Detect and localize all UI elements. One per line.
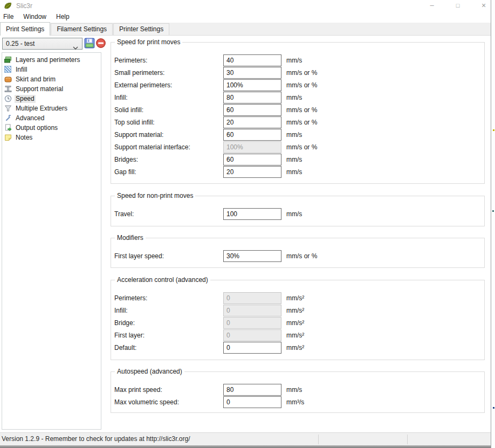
setting-row: Small perimeters:mm/s or % — [111, 67, 484, 79]
sidebar-item-label: Speed — [15, 95, 36, 103]
sidebar-item-label: Output options — [15, 124, 59, 132]
sidebar-item-layers-and-perimeters[interactable]: Layers and perimeters — [2, 55, 101, 65]
infill-input — [223, 305, 281, 316]
sidebar-item-speed[interactable]: Speed — [2, 94, 101, 104]
group-title: Autospeed (advanced) — [115, 368, 184, 375]
minimize-button[interactable]: – — [423, 0, 441, 12]
external-perimeters-input[interactable] — [223, 79, 281, 91]
perimeters-input[interactable] — [223, 54, 281, 66]
sidebar-item-skirt-and-brim[interactable]: Skirt and brim — [2, 74, 101, 84]
delete-preset-button[interactable] — [95, 38, 106, 49]
sidebar-item-support-material[interactable]: Support material — [2, 84, 101, 94]
menu-window[interactable]: Window — [18, 12, 51, 23]
default-input[interactable] — [223, 342, 281, 354]
group-title: Acceleration control (advanced) — [115, 276, 210, 284]
advanced-wrench-icon — [4, 114, 12, 122]
notes-icon — [4, 134, 12, 141]
first-layer-speed-input[interactable] — [223, 250, 281, 262]
setting-row: Gap fill:mm/s — [111, 166, 484, 178]
setting-row: Max print speed:mm/s — [111, 384, 484, 396]
chevron-down-icon — [73, 43, 78, 53]
setting-label: Perimeters: — [114, 54, 147, 66]
setting-row: Support material:mm/s — [111, 129, 484, 141]
unit-label: mm/s² — [286, 329, 304, 341]
sidebar-item-label: Layers and perimeters — [15, 56, 81, 64]
status-bar: Version 1.2.9 - Remember to check for up… — [0, 432, 491, 445]
setting-label: Small perimeters: — [114, 67, 164, 79]
sidebar-item-label: Skirt and brim — [15, 75, 57, 84]
setting-row: Travel:mm/s — [111, 208, 484, 220]
setting-label: Max volumetric speed: — [114, 396, 179, 408]
unit-label: mm/s or % — [286, 250, 317, 262]
close-button[interactable]: × — [475, 0, 493, 12]
sidebar-item-label: Support material — [15, 85, 64, 93]
sidebar-item-label: Notes — [15, 134, 33, 142]
max-volumetric-speed-input[interactable] — [223, 396, 281, 408]
settings-category-tree: Layers and perimetersInfillSkirt and bri… — [2, 52, 101, 430]
infill-input[interactable] — [223, 92, 281, 104]
setting-row: Infill:mm/s² — [111, 305, 484, 317]
floppy-disk-icon — [84, 43, 95, 50]
small-perimeters-input[interactable] — [223, 67, 281, 79]
gap-fill-input[interactable] — [223, 166, 281, 178]
setting-label: Support material interface: — [114, 141, 190, 153]
travel-input[interactable] — [223, 208, 281, 220]
setting-row: Perimeters:mm/s² — [111, 292, 484, 305]
sidebar-item-label: Infill — [15, 66, 28, 74]
support-material-input[interactable] — [223, 129, 281, 141]
sidebar-item-multiple-extruders[interactable]: Multiple Extruders — [2, 104, 101, 113]
output-options-icon — [4, 124, 12, 132]
menu-file[interactable]: File — [0, 12, 18, 23]
unit-label: mm/s — [286, 92, 302, 104]
group-title: Modifiers — [115, 234, 146, 242]
unit-label: mm/s² — [286, 342, 304, 354]
max-print-speed-input[interactable] — [223, 384, 281, 396]
solid-infill-input[interactable] — [223, 104, 281, 116]
tab-filament-settings[interactable]: Filament Settings — [51, 23, 113, 35]
sidebar-item-notes[interactable]: Notes — [2, 133, 101, 142]
skirt-brim-icon — [4, 75, 12, 83]
sidebar-item-infill[interactable]: Infill — [2, 65, 101, 74]
group-title: Speed for non-print moves — [115, 192, 195, 199]
setting-row: Default:mm/s² — [111, 342, 484, 354]
unit-label: mm/s² — [286, 305, 304, 316]
setting-label: Infill: — [114, 305, 128, 316]
window-title: Slic3r — [16, 2, 32, 10]
sidebar-item-label: Advanced — [15, 114, 45, 122]
sidebar-item-advanced[interactable]: Advanced — [2, 113, 101, 123]
preset-dropdown[interactable]: 0.25 - test — [2, 38, 82, 50]
setting-label: Solid infill: — [114, 104, 143, 116]
bridges-input[interactable] — [223, 154, 281, 166]
setting-label: First layer: — [114, 329, 145, 341]
unit-label: mm/s — [286, 166, 302, 178]
group-title: Speed for print moves — [115, 38, 182, 46]
extruders-funnel-icon — [4, 105, 12, 112]
unit-label: mm/s or % — [286, 104, 317, 116]
setting-row: Max volumetric speed:mm³/s — [111, 396, 484, 409]
setting-row: First layer speed:mm/s or % — [111, 250, 484, 263]
sidebar-item-label: Multiple Extruders — [15, 105, 68, 113]
unit-label: mm³/s — [286, 396, 304, 408]
status-text: Version 1.2.9 - Remember to check for up… — [2, 433, 190, 445]
menu-bar: FileWindowHelp — [0, 12, 491, 23]
slic3r-window: Slic3r – □ × FileWindowHelp Print Settin… — [0, 0, 495, 448]
setting-row: Solid infill:mm/s or % — [111, 104, 484, 116]
menu-help[interactable]: Help — [51, 12, 74, 23]
group-acceleration-control-advanced: Acceleration control (advanced)Perimeter… — [111, 280, 485, 360]
save-preset-button[interactable] — [84, 38, 95, 49]
maximize-button[interactable]: □ — [449, 0, 467, 12]
tab-print-settings[interactable]: Print Settings — [0, 22, 50, 36]
title-bar: Slic3r – □ × — [0, 0, 491, 12]
setting-label: Perimeters: — [114, 292, 147, 304]
setting-row: Top solid infill:mm/s or % — [111, 116, 484, 129]
setting-label: External perimeters: — [114, 79, 172, 91]
tab-printer-settings[interactable]: Printer Settings — [113, 23, 169, 35]
preset-value: 0.25 - test — [6, 40, 35, 47]
unit-label: mm/s — [286, 208, 302, 220]
setting-row: External perimeters:mm/s or % — [111, 79, 484, 92]
unit-label: mm/s or % — [286, 79, 317, 91]
top-solid-infill-input[interactable] — [223, 116, 281, 128]
group-speed-for-print-moves: Speed for print movesPerimeters:mm/sSmal… — [111, 42, 485, 184]
sidebar-item-output-options[interactable]: Output options — [2, 123, 101, 133]
support-material-interface-input — [223, 141, 281, 153]
